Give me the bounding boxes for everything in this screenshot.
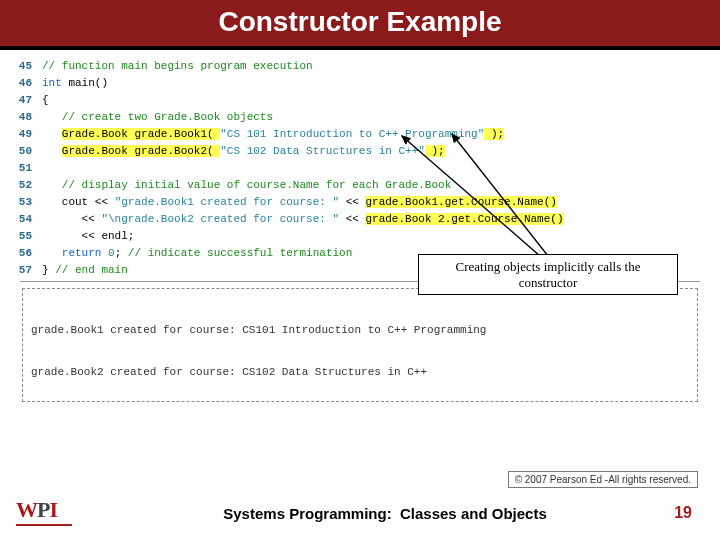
- output-line: grade.Book1 created for course: CS101 In…: [31, 323, 689, 337]
- slide-title-bar: Constructor Example: [0, 0, 720, 50]
- line-number: 51: [0, 160, 42, 177]
- line-content: return 0; // indicate successful termina…: [42, 245, 352, 262]
- line-content: << "\ngrade.Book2 created for course: " …: [42, 211, 564, 228]
- line-content: } // end main: [42, 262, 128, 279]
- code-listing: 45// function main begins program execut…: [0, 50, 720, 279]
- line-number: 56: [0, 245, 42, 262]
- code-line: 50 Grade.Book grade.Book2( "CS 102 Data …: [0, 143, 720, 160]
- code-line: 49 Grade.Book grade.Book1( "CS 101 Intro…: [0, 126, 720, 143]
- page-number: 19: [674, 504, 692, 522]
- annotation-callout: Creating objects implicitly calls the co…: [418, 254, 678, 295]
- line-number: 48: [0, 109, 42, 126]
- code-line: 53 cout << "grade.Book1 created for cour…: [0, 194, 720, 211]
- line-content: int main(): [42, 75, 108, 92]
- line-content: cout << "grade.Book1 created for course:…: [42, 194, 557, 211]
- line-content: << endl;: [42, 228, 134, 245]
- line-content: Grade.Book grade.Book2( "CS 102 Data Str…: [42, 143, 445, 160]
- line-number: 47: [0, 92, 42, 109]
- line-number: 49: [0, 126, 42, 143]
- code-line: 47{: [0, 92, 720, 109]
- line-content: Grade.Book grade.Book1( "CS 101 Introduc…: [42, 126, 504, 143]
- line-content: [42, 160, 49, 177]
- slide-footer: WPI Systems Programming: Classes and Obj…: [0, 492, 720, 532]
- code-line: 51: [0, 160, 720, 177]
- code-line: 54 << "\ngrade.Book2 created for course:…: [0, 211, 720, 228]
- code-line: 55 << endl;: [0, 228, 720, 245]
- line-content: // function main begins program executio…: [42, 58, 313, 75]
- line-number: 53: [0, 194, 42, 211]
- slide-title: Constructor Example: [0, 6, 720, 38]
- line-content: {: [42, 92, 49, 109]
- code-line: 46int main(): [0, 75, 720, 92]
- line-number: 57: [0, 262, 42, 279]
- footer-text: Systems Programming: Classes and Objects: [120, 505, 650, 522]
- callout-text: Creating objects implicitly calls the co…: [456, 259, 641, 290]
- output-line: grade.Book2 created for course: CS102 Da…: [31, 365, 689, 379]
- wpi-logo: WPI: [16, 497, 72, 526]
- program-output: grade.Book1 created for course: CS101 In…: [22, 288, 698, 402]
- line-number: 46: [0, 75, 42, 92]
- line-number: 45: [0, 58, 42, 75]
- code-line: 48 // create two Grade.Book objects: [0, 109, 720, 126]
- line-number: 50: [0, 143, 42, 160]
- copyright-notice: © 2007 Pearson Ed -All rights reserved.: [508, 471, 698, 488]
- line-number: 52: [0, 177, 42, 194]
- line-content: // display initial value of course.Name …: [42, 177, 451, 194]
- line-content: // create two Grade.Book objects: [42, 109, 273, 126]
- line-number: 55: [0, 228, 42, 245]
- code-line: 52 // display initial value of course.Na…: [0, 177, 720, 194]
- code-line: 45// function main begins program execut…: [0, 58, 720, 75]
- line-number: 54: [0, 211, 42, 228]
